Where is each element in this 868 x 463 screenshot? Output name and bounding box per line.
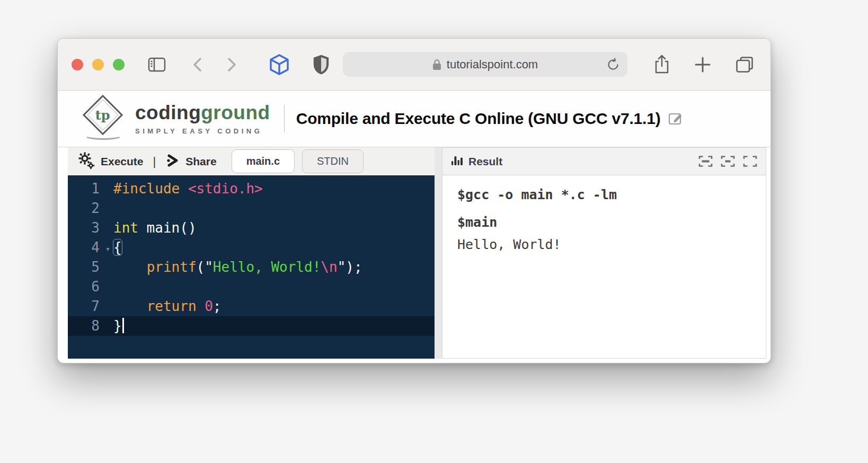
code-token bbox=[180, 181, 188, 197]
output-line: $main bbox=[457, 215, 751, 230]
code-line[interactable]: 1#include <stdio.h> bbox=[68, 179, 435, 199]
gutter-cell: 8 bbox=[68, 316, 113, 336]
gutter-cell: 6 bbox=[68, 277, 113, 297]
line-number: 7 bbox=[68, 297, 113, 316]
code-token: main() bbox=[138, 220, 197, 236]
fullscreen-panel-icon[interactable] bbox=[743, 155, 757, 167]
result-title: Result bbox=[468, 155, 502, 168]
code-line[interactable]: 5 printf("Hello, World!\n"); bbox=[68, 257, 435, 277]
extension-cube-icon[interactable] bbox=[269, 54, 290, 76]
code-line[interactable]: 7 return 0; bbox=[68, 297, 435, 316]
result-window-controls bbox=[698, 155, 757, 167]
collapse-panel-icon[interactable] bbox=[698, 155, 713, 167]
window-controls bbox=[72, 59, 125, 70]
code-token: int bbox=[113, 220, 138, 236]
code-token: 0 bbox=[205, 298, 213, 314]
editor-panel: Execute | Share main.c STDIN bbox=[68, 147, 435, 359]
code-token: printf bbox=[147, 259, 197, 275]
reload-icon[interactable] bbox=[606, 57, 620, 72]
code-token: ; bbox=[213, 298, 222, 314]
header-divider bbox=[284, 105, 285, 132]
share-arrow-icon bbox=[165, 153, 180, 170]
share-label: Share bbox=[185, 155, 216, 168]
output-line: $gcc -o main *.c -lm bbox=[457, 187, 751, 203]
sidebar-toggle-icon[interactable] bbox=[148, 57, 166, 72]
code-content: { bbox=[113, 238, 122, 257]
fold-arrow-icon[interactable]: ▾ bbox=[105, 239, 110, 259]
code-token: (" bbox=[197, 259, 213, 275]
logo-swoosh bbox=[84, 131, 122, 140]
new-tab-icon[interactable] bbox=[694, 56, 711, 73]
line-number: 3 bbox=[68, 218, 113, 237]
code-editor[interactable]: 1#include <stdio.h>23int main()4▾{5 prin… bbox=[68, 175, 435, 359]
close-window-button[interactable] bbox=[72, 59, 83, 70]
code-content: return 0; bbox=[113, 297, 222, 316]
site-header: tp codingground SIMPLY EASY CODING Compi… bbox=[58, 91, 770, 147]
page-title: Compile and Execute C Online (GNU GCC v7… bbox=[296, 110, 661, 128]
result-panel: Result bbox=[442, 147, 766, 359]
code-content: printf("Hello, World!\n"); bbox=[113, 257, 362, 277]
code-token: #include bbox=[113, 181, 180, 197]
zoom-window-button[interactable] bbox=[113, 59, 125, 70]
lock-icon bbox=[432, 59, 441, 70]
code-content: int main() bbox=[113, 218, 197, 238]
ide-area: Execute | Share main.c STDIN bbox=[58, 147, 770, 359]
text-cursor bbox=[122, 318, 124, 333]
execute-button[interactable]: Execute bbox=[77, 152, 144, 172]
share-button[interactable]: Share bbox=[165, 153, 216, 170]
code-token: "); bbox=[338, 259, 362, 275]
edit-title-icon[interactable] bbox=[668, 111, 684, 129]
minimize-panel-icon[interactable] bbox=[721, 155, 735, 167]
output-line: Hello, World! bbox=[457, 237, 751, 253]
code-token: return bbox=[147, 298, 197, 314]
toolbar-separator: | bbox=[153, 155, 156, 168]
address-bar[interactable]: tutorialspoint.com bbox=[343, 52, 627, 77]
forward-button-icon[interactable] bbox=[225, 56, 238, 74]
codingground-logo[interactable]: tp codingground SIMPLY EASY CODING bbox=[80, 96, 270, 141]
execute-label: Execute bbox=[101, 155, 144, 168]
minimize-window-button[interactable] bbox=[92, 59, 104, 70]
gutter-cell: 3 bbox=[68, 218, 113, 238]
logo-tagline: SIMPLY EASY CODING bbox=[135, 127, 270, 135]
code-line[interactable]: 3int main() bbox=[68, 218, 435, 238]
code-token: \n bbox=[321, 259, 337, 275]
tab-main-c[interactable]: main.c bbox=[232, 149, 295, 173]
code-token: { bbox=[113, 239, 122, 255]
code-token bbox=[197, 298, 205, 314]
line-number: 2 bbox=[68, 199, 113, 218]
line-number: 6 bbox=[68, 277, 113, 296]
code-token bbox=[113, 298, 147, 314]
logo-monogram: tp bbox=[95, 108, 110, 123]
editor-toolbar: Execute | Share main.c STDIN bbox=[68, 147, 435, 175]
panel-resize-gutter[interactable] bbox=[435, 147, 442, 359]
url-text: tutorialspoint.com bbox=[447, 58, 538, 72]
code-line[interactable]: 4▾{ bbox=[68, 238, 435, 257]
gutter-cell: 2 bbox=[68, 199, 113, 218]
share-page-icon[interactable] bbox=[654, 55, 670, 75]
line-number: 5 bbox=[68, 257, 113, 277]
gutter-cell: 4▾ bbox=[68, 238, 113, 257]
bar-chart-icon bbox=[451, 155, 464, 168]
logo-wordmark: codingground bbox=[135, 103, 270, 122]
logo-diamond-icon: tp bbox=[80, 96, 128, 141]
line-number: 1 bbox=[68, 179, 113, 198]
code-content: } bbox=[113, 316, 124, 336]
code-content: #include <stdio.h> bbox=[113, 179, 263, 199]
code-line[interactable]: 8} bbox=[68, 316, 435, 336]
gears-icon bbox=[77, 152, 95, 172]
code-line[interactable]: 2 bbox=[68, 199, 435, 218]
back-button-icon[interactable] bbox=[191, 56, 204, 74]
file-tabs: main.c STDIN bbox=[232, 149, 364, 173]
gutter-cell: 7 bbox=[68, 297, 113, 316]
tab-stdin[interactable]: STDIN bbox=[302, 149, 364, 173]
privacy-shield-icon[interactable] bbox=[313, 55, 329, 75]
result-header: Result bbox=[442, 148, 766, 175]
gutter-cell: 1 bbox=[68, 179, 113, 199]
tab-overview-icon[interactable] bbox=[736, 56, 754, 73]
code-token: } bbox=[113, 318, 122, 334]
code-token: <stdio.h> bbox=[188, 181, 263, 197]
code-line[interactable]: 6 bbox=[68, 277, 435, 297]
code-token: Hello, World! bbox=[213, 259, 321, 275]
logo-word-ground: ground bbox=[201, 102, 270, 123]
browser-window: tutorialspoint.com bbox=[57, 38, 771, 363]
